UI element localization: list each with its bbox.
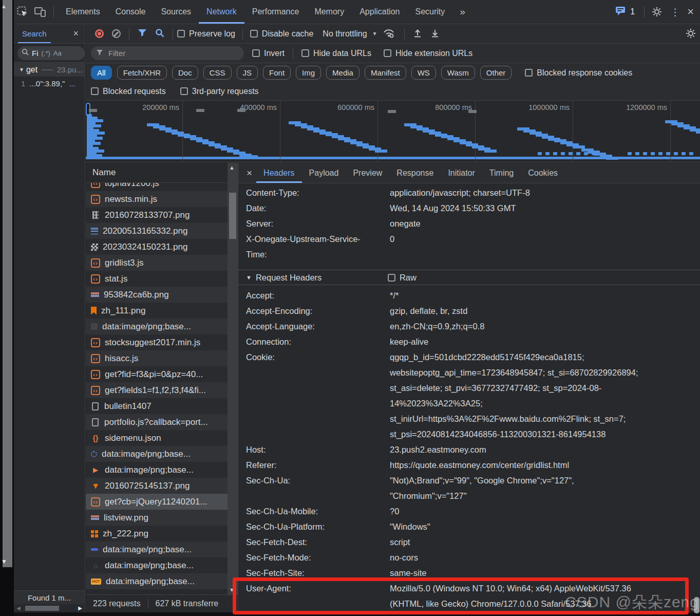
request-row[interactable]: listview.png — [86, 510, 228, 526]
tab-memory[interactable]: Memory — [307, 0, 352, 24]
request-row[interactable]: ‹›stocksuggest2017.min.js — [86, 334, 228, 350]
request-headers-section[interactable]: ▼ Request Headers Raw — [238, 270, 700, 285]
detail-tab-headers[interactable]: Headers — [256, 163, 301, 183]
filter-pill-img[interactable]: Img — [296, 66, 321, 80]
detail-tab-initiator[interactable]: Initiator — [441, 163, 482, 183]
name-column-header[interactable]: Name — [86, 163, 228, 183]
search-result-group[interactable]: ▼ get 23.pu... — [14, 63, 85, 77]
page-scrollbar[interactable]: ▲ ▼ — [0, 0, 14, 616]
request-row[interactable]: ‹›gridlist3.js — [86, 255, 228, 271]
scroll-left-icon[interactable]: ◀ — [16, 605, 21, 611]
filter-input[interactable] — [107, 48, 239, 58]
request-row[interactable]: bulletin1407 — [86, 398, 228, 414]
import-har-icon[interactable] — [413, 28, 422, 40]
record-button[interactable] — [95, 29, 104, 38]
preserve-log-checkbox[interactable] — [177, 30, 185, 38]
network-settings-gear-icon[interactable] — [686, 28, 696, 41]
filter-pill-js[interactable]: JS — [237, 66, 258, 80]
more-tabs-icon[interactable]: » — [452, 6, 472, 17]
request-list-scrollbar[interactable]: ▲ ▼ — [228, 163, 238, 594]
match-case-toggle[interactable]: Aa — [53, 49, 62, 57]
hide-data-urls-checkbox[interactable] — [301, 49, 309, 57]
filter-pill-media[interactable]: Media — [326, 66, 360, 80]
network-overview-timeline[interactable]: 200000 ms400000 ms600000 ms800000 ms1000… — [86, 101, 700, 162]
request-row[interactable]: ‹›topnav1200.js — [86, 183, 228, 191]
detail-tab-payload[interactable]: Payload — [302, 163, 346, 183]
tab-search[interactable]: Search — [18, 24, 51, 43]
page-scrollbar-thumb[interactable] — [3, 0, 12, 567]
request-row[interactable]: ‹›hisacc.js — [86, 350, 228, 366]
clear-button[interactable] — [112, 29, 121, 38]
filter-pill-manifest[interactable]: Manifest — [365, 66, 406, 80]
request-row[interactable]: ‹›get?cb=jQuery11240201... — [86, 494, 228, 510]
request-row[interactable]: HOTdata:image/png;base... — [86, 573, 228, 589]
request-row[interactable]: zh_222.png — [86, 526, 228, 542]
request-row[interactable]: 20160728133707.png — [86, 207, 228, 223]
export-har-icon[interactable] — [430, 28, 440, 40]
tab-sources[interactable]: Sources — [153, 0, 199, 24]
menu-kebab-icon[interactable]: ⋮ — [665, 6, 685, 18]
filter-pill-fetch-xhr[interactable]: Fetch/XHR — [117, 66, 167, 80]
request-row[interactable]: ‹›get?fields1=f1,f2,f3,f4&fi... — [86, 382, 228, 398]
tab-network[interactable]: Network — [199, 0, 244, 24]
scroll-right-icon[interactable]: ▶ — [78, 605, 82, 611]
filter-pill-css[interactable]: CSS — [203, 66, 232, 80]
filter-pill-all[interactable]: All — [91, 66, 112, 80]
third-party-requests-checkbox[interactable] — [180, 87, 188, 95]
request-row[interactable]: ⌂data:image/png;base... — [86, 557, 228, 573]
filter-pill-font[interactable]: Font — [263, 66, 291, 80]
request-row[interactable]: 20230324150231.png — [86, 239, 228, 255]
tab-application[interactable]: Application — [352, 0, 407, 24]
request-row[interactable]: 20200513165332.png — [86, 223, 228, 239]
tab-performance[interactable]: Performance — [244, 0, 307, 24]
request-row[interactable]: ‹›get?fid=f3&pi=0&pz=40... — [86, 366, 228, 382]
scroll-down-icon[interactable]: ▼ — [229, 587, 235, 593]
filter-pill-doc[interactable]: Doc — [172, 66, 198, 80]
tab-console[interactable]: Console — [108, 0, 154, 24]
scroll-down-icon[interactable]: ▼ — [1, 558, 7, 565]
request-row[interactable]: ▶data:image/png;base... — [86, 462, 228, 478]
raw-checkbox[interactable] — [388, 274, 395, 282]
close-search-icon[interactable]: × — [73, 28, 79, 39]
blocked-requests-checkbox[interactable] — [91, 87, 99, 95]
regex-toggle[interactable]: (.*) — [42, 49, 50, 57]
vscroll-thumb[interactable] — [229, 193, 236, 239]
hscroll-thumb[interactable] — [25, 606, 59, 611]
request-row[interactable]: {}sidemenu.json — [86, 430, 228, 446]
issues-button[interactable]: 1 — [615, 6, 635, 18]
scroll-up-icon[interactable]: ▲ — [229, 164, 235, 171]
device-toolbar-icon[interactable] — [34, 7, 46, 17]
blocked-response-cookies-checkbox[interactable] — [525, 69, 533, 77]
scroll-up-icon[interactable]: ▲ — [1, 3, 7, 9]
search-input[interactable]: Fi (.*) Aa — [17, 46, 85, 60]
request-row[interactable]: zh_111.png — [86, 303, 228, 319]
request-row[interactable]: portfolio.js?callback=port... — [86, 414, 228, 430]
request-row[interactable]: ▾20160725145137.png — [86, 478, 228, 494]
search-hscrollbar[interactable]: ◀ ▶ — [14, 604, 85, 612]
detail-tab-cookies[interactable]: Cookies — [521, 163, 565, 183]
filter-pill-other[interactable]: Other — [480, 66, 512, 80]
hide-extension-urls-checkbox[interactable] — [384, 49, 391, 57]
network-conditions-icon[interactable] — [383, 28, 395, 40]
inspect-element-icon[interactable] — [17, 6, 28, 17]
disable-cache-checkbox[interactable] — [250, 30, 258, 38]
search-icon[interactable] — [155, 28, 164, 40]
invert-checkbox[interactable] — [252, 49, 260, 57]
tab-security[interactable]: Security — [407, 0, 452, 24]
request-row[interactable]: 953842ca6b.png — [86, 287, 228, 303]
throttling-dropdown[interactable]: No throttling ▼ — [323, 29, 377, 39]
detail-tab-response[interactable]: Response — [389, 163, 441, 183]
filter-funnel-icon[interactable] — [138, 29, 147, 39]
request-row[interactable]: ‹›newsts.min.js — [86, 191, 228, 207]
filter-pill-ws[interactable]: WS — [411, 66, 436, 80]
settings-gear-icon[interactable] — [652, 7, 662, 17]
detail-tab-preview[interactable]: Preview — [346, 163, 389, 183]
search-result-line[interactable]: 1 ...0":3.89," ... — [14, 77, 85, 90]
request-row[interactable]: data:image/png;base... — [86, 319, 228, 334]
close-devtools-icon[interactable]: × — [685, 5, 700, 18]
detail-tab-timing[interactable]: Timing — [482, 163, 521, 183]
tab-elements[interactable]: Elements — [58, 0, 108, 24]
request-row[interactable]: data:image/png;base... — [86, 446, 228, 462]
close-detail-icon[interactable]: × — [247, 167, 252, 179]
request-row[interactable]: ‹›stat.js — [86, 271, 228, 287]
